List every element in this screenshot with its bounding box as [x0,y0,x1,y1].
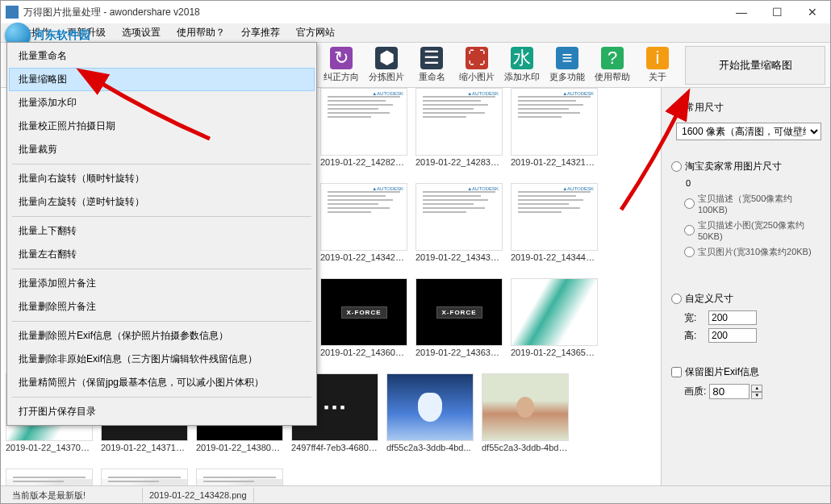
thumbnail-label: 2019-01-22_143436... [416,252,503,262]
toolbar-label-2: 重命名 [419,71,445,83]
dropdown-item-4[interactable]: 批量裁剪 [9,138,315,161]
thumbnail-item[interactable] [194,469,285,485]
toolbar-icon-4: 水 [511,47,533,69]
menu-item-1[interactable]: 更新升级 [59,23,114,42]
close-button[interactable]: ✕ [795,1,830,23]
dropdown-item-1[interactable]: 批量缩略图 [9,68,315,91]
thumbnail-label: df55c2a3-3ddb-4bd4... [482,443,569,452]
common-size-select[interactable]: 1600 像素（高清图，可做壁纸 [676,123,821,140]
quality-input[interactable] [709,384,750,399]
dropdown-item-11[interactable]: 批量删除照片Exif信息（保护照片拍摄参数信息） [9,324,315,348]
toolbar-label-3: 缩小图片 [459,71,495,83]
toolbar-button-1[interactable]: ⬢分拣图片 [364,44,409,87]
thumbnail-item[interactable]: df55c2a3-3ddb-4bd... [385,373,475,462]
quality-down-button[interactable]: ▼ [751,392,762,399]
toolbar-label-6: 使用帮助 [595,71,630,83]
taobao-option-radio-0[interactable] [684,198,695,209]
dropdown-item-13[interactable]: 批量精简照片（保留jpg最基本信息，可以减小图片体积） [9,371,315,394]
taobao-size-label: 淘宝卖家常用图片尺寸 [685,160,782,173]
status-bar: 当前版本是最新版! 2019-01-22_143428.png [1,485,830,503]
dropdown-item-0[interactable]: 批量重命名 [9,44,315,68]
thumbnail-item[interactable] [99,469,190,485]
dropdown-item-14[interactable]: 打开图片保存目录 [9,400,315,423]
menu-item-3[interactable]: 使用帮助？ [169,23,233,42]
menu-item-2[interactable]: 选项设置 [114,23,169,42]
toolbar-icon-0: ↻ [330,47,353,69]
thumbnail-label: 2019-01-22_143604... [320,348,407,357]
start-batch-button[interactable]: 开始批量缩略图 [685,46,825,85]
dropdown-item-8[interactable]: 批量左右翻转 [9,243,315,266]
thumbnail-label: 2019-01-22_143800... [196,443,283,452]
width-label: 宽: [684,311,708,325]
toolbar-button-3[interactable]: ⛶缩小图片 [454,44,499,87]
dropdown-item-6[interactable]: 批量向左旋转（逆时针旋转） [9,190,315,214]
menu-bar: 文件操作更新升级选项设置使用帮助？分享推荐官方网站 [1,23,830,43]
thumbnail-item[interactable]: ▲AUTODESK2019-01-22_143436... [414,183,504,272]
height-input[interactable] [708,328,757,343]
dropdown-separator [12,216,311,217]
thumbnail-label: df55c2a3-3ddb-4bd... [386,443,474,452]
menu-item-5[interactable]: 官方网站 [288,23,343,42]
keep-exif-label: 保留图片Exif信息 [685,365,759,379]
toolbar-button-0[interactable]: ↻纠正方向 [319,44,364,87]
toolbar-button-6[interactable]: ?使用帮助 [590,44,635,87]
menu-item-4[interactable]: 分享推荐 [233,23,288,42]
thumbnail-item[interactable]: ▲AUTODESK2019-01-22_142829... [319,88,409,177]
dropdown-item-2[interactable]: 批量添加水印 [9,91,315,115]
thumbnail-label: 2019-01-22_143210... [511,157,598,167]
thumbnail-item[interactable]: ▲AUTODESK2019-01-22_143444... [509,183,599,272]
dropdown-item-12[interactable]: 批量删除非原始Exif信息（三方图片编辑软件残留信息） [9,348,315,371]
toolbar-label-1: 分拣图片 [369,71,404,83]
thumbnail-item[interactable]: X-FORCE2019-01-22_143634... [414,278,504,367]
toolbar-label-7: 关于 [649,71,666,83]
maximize-button[interactable]: ☐ [759,1,795,23]
toolbar-button-5[interactable]: ≡更多功能 [545,44,590,87]
taobao-option-radio-1[interactable] [684,225,695,235]
thumbnail-item[interactable]: ▲AUTODESK2019-01-22_143210... [509,88,599,177]
thumbnail-image: X-FORCE [416,278,503,346]
taobao-size-radio[interactable] [671,161,682,172]
minimize-button[interactable]: — [724,1,759,23]
keep-exif-checkbox[interactable] [671,367,682,377]
thumbnail-item[interactable]: ▲AUTODESK2019-01-22_143428... [319,183,409,272]
toolbar-label-5: 更多功能 [549,71,585,83]
dropdown-separator [12,269,311,269]
dropdown-item-7[interactable]: 批量上下翻转 [9,219,315,243]
thumbnail-item[interactable] [4,469,94,485]
dropdown-item-3[interactable]: 批量校正照片拍摄日期 [9,115,315,138]
dropdown-separator [12,397,311,398]
thumbnail-item[interactable]: df55c2a3-3ddb-4bd4... [480,373,570,462]
common-size-label: 常用尺寸 [685,101,724,115]
dropdown-item-5[interactable]: 批量向右旋转（顺时针旋转） [9,167,315,190]
taobao-option-radio-2[interactable] [684,247,695,257]
custom-size-radio[interactable] [671,294,682,304]
thumbnail-image [6,469,93,485]
thumbnail-image [101,469,188,485]
title-bar: 万得图片批量处理 - awondershare v2018 — ☐ ✕ [1,1,830,23]
thumbnail-image [511,278,598,346]
toolbar-icon-1: ⬢ [375,47,398,69]
width-input[interactable] [708,310,757,325]
thumbnail-label: 2019-01-22_142836... [416,157,503,167]
common-size-radio[interactable] [671,102,682,113]
menu-item-0[interactable]: 文件操作 [4,23,59,42]
dropdown-item-10[interactable]: 批量删除照片备注 [9,295,315,319]
thumbnail-image: X-FORCE [320,278,407,346]
toolbar-label-4: 添加水印 [504,71,540,83]
toolbar-button-4[interactable]: 水添加水印 [499,44,545,87]
custom-size-label: 自定义尺寸 [685,292,733,306]
toolbar-button-7[interactable]: i关于 [635,44,680,87]
thumbnail-label: 2019-01-22_143713... [101,443,188,452]
quality-up-button[interactable]: ▲ [751,385,762,392]
thumbnail-item[interactable]: 2019-01-22_143652... [509,278,599,367]
toolbar-icon-3: ⛶ [466,47,488,69]
taobao-zero: 0 [686,178,824,188]
status-version: 当前版本是最新版! [6,488,143,502]
thumbnail-item[interactable]: ▲AUTODESK2019-01-22_142836... [414,88,504,177]
taobao-option-label-2: 宝贝图片(宽310像素约20KB) [698,246,812,258]
thumbnail-image [196,469,283,485]
dropdown-item-9[interactable]: 批量添加照片备注 [9,272,315,295]
toolbar-button-2[interactable]: ☰重命名 [409,44,454,87]
thumbnail-label: 2019-01-22_143634... [416,348,503,357]
thumbnail-item[interactable]: X-FORCE2019-01-22_143604... [319,278,409,367]
